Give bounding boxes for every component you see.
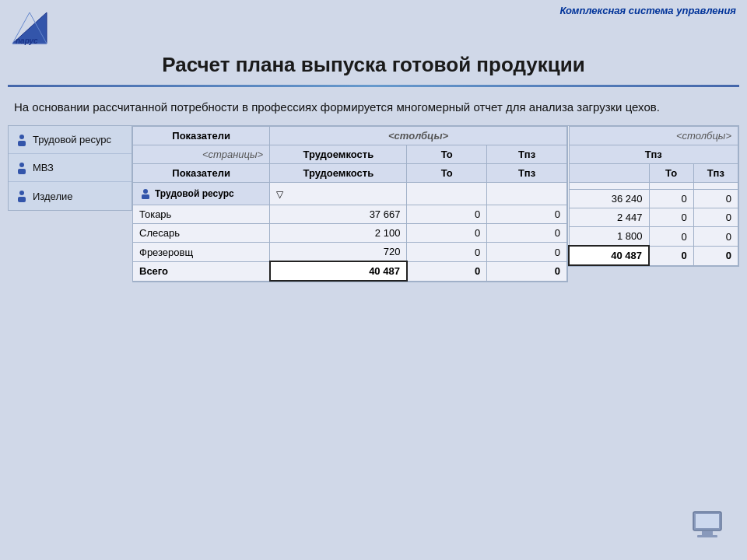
main-title: Расчет плана выпуска готовой продукции (0, 47, 747, 85)
row-trudo-tokar: 37 667 (270, 205, 407, 224)
header: парус Комплексная система управления Рас… (0, 0, 747, 87)
inner-node-row: Трудовой ресурс ▽ (133, 183, 567, 205)
right-th-columns: <столбцы> (569, 127, 738, 145)
right-table-row-total: 40 487 0 0 (569, 246, 738, 265)
right-inner-empty1 (569, 183, 649, 190)
right-to-total: 0 (649, 246, 693, 265)
row-tpz-slesar: 0 (487, 224, 567, 243)
right-overlay-panel: <столбцы> Тпз То Тпз 36 240 (568, 125, 739, 267)
row-trudo-total: 40 487 (270, 261, 407, 281)
footer (689, 509, 728, 546)
main-data-table: Показатели <столбцы> <страницы> Трудоемк… (132, 126, 567, 282)
row-name-total: Всего (133, 261, 270, 281)
row-to-tokar: 0 (407, 205, 487, 224)
right-table-row: 1 800 0 0 (569, 227, 738, 247)
right-data-table: <столбцы> Тпз То Тпз 36 240 (568, 126, 738, 266)
th-to: То (407, 145, 487, 164)
inner-node-val-cell: ▽ (270, 183, 407, 205)
header-divider (8, 85, 739, 87)
svg-rect-10 (142, 194, 149, 199)
svg-rect-13 (702, 531, 713, 535)
th-pages-marker: <страницы> (133, 145, 270, 164)
logo-icon: парус (9, 9, 50, 47)
right-table-row: 36 240 0 0 (569, 190, 738, 208)
person-icon-2 (15, 161, 29, 175)
inner-node-cell: Трудовой ресурс (133, 183, 270, 205)
th-columns-marker: <столбцы> (270, 127, 567, 145)
table-row-total: Всего 40 487 0 0 (133, 261, 567, 281)
inner-node-content: Трудовой ресурс (139, 187, 263, 200)
table-row: Слесарь 2 100 0 0 (133, 224, 567, 243)
row-name-tokar: Токарь (133, 205, 270, 224)
header-row-1: Показатели <столбцы> (133, 127, 567, 145)
right-th-tpz2: Тпз (693, 164, 738, 183)
row-to-total: 0 (407, 261, 487, 281)
svg-rect-14 (697, 535, 717, 537)
row-tpz-frez: 0 (487, 243, 567, 262)
right-trudo-2: 2 447 (569, 208, 649, 227)
inner-node-to-cell (407, 183, 487, 205)
right-header-row-3: То Тпз (569, 164, 738, 183)
right-tpz-3: 0 (693, 227, 738, 247)
svg-rect-6 (18, 169, 26, 174)
table-row: Фрезеровщ 720 0 0 (133, 243, 567, 262)
svg-rect-12 (696, 514, 719, 528)
svg-point-5 (19, 163, 24, 167)
person-icon-1 (15, 133, 29, 147)
computer-icon (689, 509, 728, 543)
right-inner-node-row (569, 183, 738, 190)
th-inner-trudoemkost: Трудоемкость (270, 164, 407, 183)
right-table-body: 36 240 0 0 2 447 0 0 1 800 0 0 40 487 0 (569, 190, 738, 266)
svg-text:парус: парус (16, 37, 38, 45)
inner-node-val: ▽ (276, 189, 283, 200)
row-name-slesar: Слесарь (133, 224, 270, 243)
logo-area: парус (9, 9, 50, 47)
left-tree-panel: Трудовой ресурс МВЗ Изделие (8, 125, 132, 211)
row-name-frez: Фрезеровщ (133, 243, 270, 262)
header-row-pages: <страницы> Трудоемкость То Тпз (133, 145, 567, 164)
right-to-1: 0 (649, 190, 693, 208)
inner-header-row: Показатели Трудоемкость То Тпз (133, 164, 567, 183)
center-data-panel: Показатели <столбцы> <страницы> Трудоемк… (132, 125, 568, 282)
tree-item-mvz[interactable]: МВЗ (9, 154, 132, 182)
tree-label-mvz: МВЗ (33, 162, 54, 173)
right-tpz-total: 0 (693, 246, 738, 265)
svg-point-7 (19, 191, 24, 195)
row-to-frez: 0 (407, 243, 487, 262)
th-tpz: Тпз (487, 145, 567, 164)
person-icon-3 (15, 189, 29, 203)
description-text: На основании рассчитанной потребности в … (0, 87, 747, 125)
th-inner-pokazateli: Показатели (133, 164, 270, 183)
th-pokazateli: Показатели (133, 127, 270, 145)
th-inner-tpz: Тпз (487, 164, 567, 183)
right-table-row: 2 447 0 0 (569, 208, 738, 227)
top-bar: парус Комплексная система управления (0, 6, 747, 47)
tree-label-izdelie: Изделие (33, 191, 72, 202)
th-trudoemkost: Трудоемкость (270, 145, 407, 164)
right-tpz-2: 0 (693, 208, 738, 227)
company-subtitle: Комплексная система управления (559, 5, 736, 16)
right-header-row-1: <столбцы> (569, 127, 738, 145)
row-trudo-slesar: 2 100 (270, 224, 407, 243)
th-inner-to: То (407, 164, 487, 183)
row-to-slesar: 0 (407, 224, 487, 243)
report-section: Трудовой ресурс МВЗ Изделие Показатели <… (8, 125, 739, 282)
svg-rect-4 (18, 141, 26, 146)
tree-label-trudovoy: Трудовой ресурс (33, 134, 111, 145)
inner-node-tpz-cell (487, 183, 567, 205)
right-th-trudoemkost (569, 164, 649, 183)
tree-item-trudovoy[interactable]: Трудовой ресурс (9, 126, 132, 154)
inner-node-icon (139, 187, 152, 200)
right-trudo-3: 1 800 (569, 227, 649, 247)
row-tpz-total: 0 (487, 261, 567, 281)
svg-point-9 (143, 189, 148, 194)
right-th-to: То (649, 164, 693, 183)
right-trudo-total: 40 487 (569, 246, 649, 265)
tree-item-izdelie[interactable]: Изделие (9, 182, 132, 210)
inner-node-label: Трудовой ресурс (155, 188, 234, 199)
svg-point-3 (19, 135, 24, 139)
row-tpz-tokar: 0 (487, 205, 567, 224)
table-row: Токарь 37 667 0 0 (133, 205, 567, 224)
right-th-tpz-top: Тпз (569, 145, 738, 164)
right-inner-empty2 (649, 183, 693, 190)
